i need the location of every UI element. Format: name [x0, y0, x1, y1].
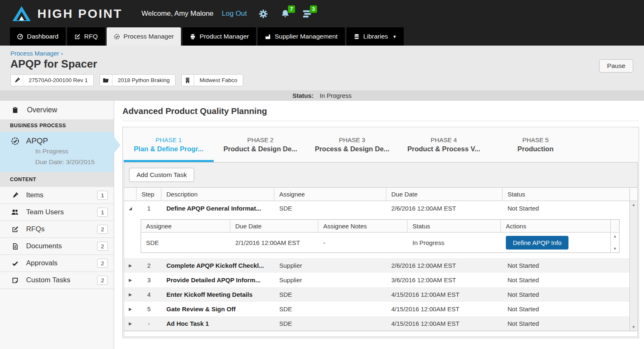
breadcrumb[interactable]: Process Manager ›: [10, 50, 63, 57]
scroll-down-icon[interactable]: ▼: [630, 325, 637, 329]
cell-description: Complete APQP Kickoff Checkl...: [161, 262, 274, 269]
add-custom-task-button[interactable]: Add Custom Task: [129, 168, 194, 182]
screw-icon: [11, 75, 23, 86]
item-tag-label: 27570A0-200100 Rev 1: [23, 75, 93, 86]
messages-queue-icon[interactable]: 3: [302, 9, 312, 19]
nav-tab-supplier-management[interactable]: Supplier Management: [258, 27, 345, 46]
sidebar-item-apqp[interactable]: APQP In Progress Due Date: 3/20/2015: [0, 132, 114, 172]
table-row[interactable]: ▶ 5 Gate Review & Sign Off SDE 4/15/2016…: [124, 302, 629, 316]
active-item-arrow: [114, 136, 120, 154]
cell-assignee: Supplier: [274, 262, 386, 269]
expand-row-icon[interactable]: ▶: [124, 263, 137, 268]
table-row[interactable]: ▶ 4 Enter Kickoff Meeting Details SDE 4/…: [124, 287, 629, 302]
scroll-down-icon[interactable]: ▼: [611, 247, 619, 251]
phase-name: Product & Design De...: [215, 145, 306, 153]
cell-due-date: 2/6/2016 12:00AM EST: [386, 262, 503, 269]
process-status-bar: Status: In Progress: [0, 90, 644, 101]
table-row[interactable]: ◢ 1 Define APQP General Informat... SDE …: [124, 201, 629, 216]
status-label: Status:: [293, 92, 314, 99]
count-badge: 1: [97, 191, 108, 200]
sidebar-item-documents[interactable]: Documents 2: [0, 238, 114, 255]
cell-due-date: 4/15/2016 12:00AM EST: [386, 320, 503, 327]
nav-tab-product-manager[interactable]: Product Manager: [183, 27, 256, 46]
subgrid-scroll-track[interactable]: ▲ ▼: [611, 233, 619, 252]
sidebar-item-custom-tasks[interactable]: Custom Tasks 2: [0, 272, 114, 289]
row-detail: Assignee Due Date Assignee Notes Status …: [124, 216, 629, 258]
folder-icon: [100, 75, 112, 86]
nav-tab-label: Dashboard: [27, 33, 59, 40]
expand-column-header: [124, 188, 137, 201]
grid-scroll-track[interactable]: ▲ ▼: [630, 201, 637, 331]
expand-row-icon[interactable]: ▶: [124, 307, 137, 311]
sidebar-item-label: Custom Tasks: [26, 276, 70, 284]
nav-tab-label: RFQ: [84, 33, 98, 40]
scroll-up-icon[interactable]: ▲: [611, 234, 619, 238]
cell-step: 1: [137, 205, 161, 212]
collapse-row-icon[interactable]: ◢: [124, 206, 137, 211]
factory-icon: [265, 34, 271, 40]
phase-eyebrow: PHASE 1: [123, 136, 215, 143]
cell-step: 2: [137, 262, 161, 269]
sidebar-item-items[interactable]: Items 1: [0, 187, 114, 204]
settings-gear-icon[interactable]: [259, 9, 268, 19]
product-icon: [190, 34, 196, 40]
status-value: In Progress: [320, 92, 352, 99]
grid-scrollbar[interactable]: ▲ ▼: [629, 188, 637, 331]
phase-eyebrow: PHASE 2: [215, 136, 306, 143]
expand-row-icon[interactable]: ▶: [124, 278, 137, 282]
count-badge: 2: [97, 259, 108, 268]
subgrid-scrollbar[interactable]: ▲ ▼: [610, 220, 619, 252]
sidebar-item-overview[interactable]: Overview: [0, 101, 114, 119]
cell-description: Provide Detailed APQP Inform...: [161, 276, 274, 284]
nav-tab-process-manager[interactable]: Process Manager: [107, 27, 181, 46]
overview-label: Overview: [27, 106, 57, 114]
welcome-text: Welcome, Amy Malone: [141, 10, 214, 18]
top-icons: 7 3: [259, 9, 312, 19]
tab-phase-3[interactable]: PHASE 3 Process & Design De...: [306, 127, 398, 162]
table-row[interactable]: ▶ 2 Complete APQP Kickoff Checkl... Supp…: [124, 258, 629, 273]
cell-status: Not Started: [503, 262, 629, 269]
nav-tab-label: Libraries: [363, 33, 388, 40]
pause-button[interactable]: Pause: [599, 59, 633, 73]
process-icon: [114, 34, 120, 40]
scroll-up-icon[interactable]: ▲: [630, 203, 637, 207]
sidebar-item-team-users[interactable]: Team Users 1: [0, 204, 114, 221]
building-icon: [182, 75, 194, 86]
sidebar-item-rfqs[interactable]: RFQs 2: [0, 221, 114, 238]
nav-tab-rfq[interactable]: RFQ: [67, 27, 105, 46]
cell-due-date: 3/6/2016 12:00AM EST: [386, 276, 503, 284]
notifications-bell-icon[interactable]: 7: [281, 9, 290, 19]
nav-tab-dashboard[interactable]: Dashboard: [10, 27, 66, 46]
expand-row-icon[interactable]: ▶: [124, 321, 137, 326]
check-icon: [10, 260, 20, 267]
sidebar-item-label: Items: [26, 191, 44, 199]
subcell-assignee-notes: -: [318, 239, 407, 246]
cell-description: Enter Kickoff Meeting Details: [161, 291, 274, 298]
subcolumn-header-assignee: Assignee: [141, 220, 230, 232]
dashboard-icon: [17, 34, 23, 40]
cell-assignee: SDE: [274, 305, 386, 313]
tab-phase-1[interactable]: PHASE 1 Plan & Define Progr...: [123, 127, 215, 162]
tab-phase-2[interactable]: PHASE 2 Product & Design De...: [215, 127, 306, 162]
table-row[interactable]: ▶ - Ad Hoc Task 1 SDE 4/15/2016 12:00AM …: [124, 316, 629, 331]
subgrid-row[interactable]: SDE 2/1/2016 12:00AM EST - In Progress D…: [141, 233, 610, 252]
assignee-subgrid: Assignee Due Date Assignee Notes Status …: [141, 219, 620, 253]
phase-tabstrip: PHASE 1 Plan & Define Progr... PHASE 2 P…: [122, 127, 639, 338]
logout-link[interactable]: Log Out: [222, 10, 247, 18]
column-header-step: Step: [137, 188, 161, 201]
sidebar-item-label: Team Users: [26, 208, 64, 216]
nav-tab-libraries[interactable]: Libraries ▼: [346, 27, 404, 46]
table-row[interactable]: ▶ 3 Provide Detailed APQP Inform... Supp…: [124, 273, 629, 287]
supplier-tag-label: Midwest Fabco: [194, 75, 243, 86]
expand-row-icon[interactable]: ▶: [124, 292, 137, 297]
rfq-icon: [10, 226, 20, 233]
grid-toolbar: Add Custom Task: [124, 162, 637, 188]
phase-eyebrow: PHASE 4: [398, 136, 490, 143]
breadcrumb-link[interactable]: Process Manager: [10, 50, 59, 57]
tab-phase-4[interactable]: PHASE 4 Product & Process V...: [398, 127, 490, 162]
define-apqp-info-button[interactable]: Define APQP Info: [506, 236, 568, 250]
sidebar-item-approvals[interactable]: Approvals 2: [0, 255, 114, 272]
phase-name: Production: [490, 145, 581, 153]
brand: HIGH POINT: [12, 5, 122, 22]
tab-phase-5[interactable]: PHASE 5 Production: [490, 127, 581, 162]
